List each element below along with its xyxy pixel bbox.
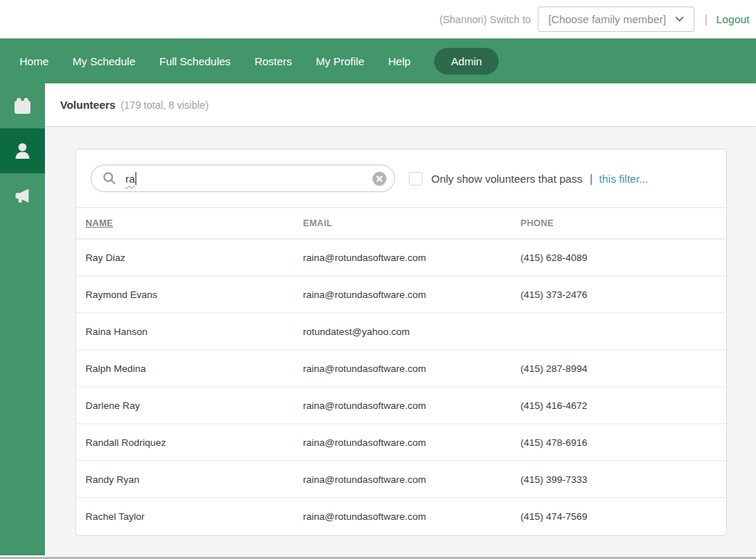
volunteer-name: Rachel Taylor bbox=[86, 511, 303, 522]
volunteer-name: Darlene Ray bbox=[86, 400, 303, 411]
volunteer-name: Ralph Medina bbox=[86, 363, 303, 374]
volunteer-email: raina@rotundasoftware.com bbox=[303, 289, 520, 300]
volunteer-email: raina@rotundasoftware.com bbox=[303, 437, 520, 448]
nav-item-full-schedules[interactable]: Full Schedules bbox=[159, 48, 230, 75]
nav-item-help[interactable]: Help bbox=[389, 48, 411, 75]
search-input-value: ra bbox=[125, 173, 135, 185]
column-header-name[interactable]: NAME bbox=[86, 218, 303, 228]
table-row[interactable]: Randy Ryan raina@rotundasoftware.com (41… bbox=[76, 461, 726, 498]
megaphone-icon bbox=[12, 186, 33, 206]
table-row[interactable]: Darlene Ray raina@rotundasoftware.com (4… bbox=[76, 387, 726, 424]
chevron-down-icon bbox=[675, 16, 684, 22]
volunteer-phone: (415) 416-4672 bbox=[520, 400, 726, 411]
page-subtitle: (179 total, 8 visible) bbox=[120, 99, 208, 111]
volunteer-name: Ray Diaz bbox=[86, 252, 303, 263]
volunteer-name: Randall Rodriquez bbox=[86, 437, 303, 448]
nav-item-admin[interactable]: Admin bbox=[434, 48, 499, 75]
admin-sidebar bbox=[0, 83, 45, 555]
clear-search-button[interactable] bbox=[372, 171, 387, 186]
volunteer-email: raina@rotundasoftware.com bbox=[303, 400, 520, 411]
volunteer-email: raina@rotundasoftware.com bbox=[303, 363, 520, 374]
page-title: Volunteers bbox=[60, 99, 115, 111]
table-row[interactable]: Raina Hanson rotundatest@yahoo.com bbox=[76, 313, 726, 350]
volunteer-name: Randy Ryan bbox=[86, 474, 303, 485]
volunteer-email: raina@rotundasoftware.com bbox=[303, 252, 520, 263]
nav-item-my-profile[interactable]: My Profile bbox=[316, 48, 365, 75]
volunteer-phone: (415) 628-4089 bbox=[520, 252, 726, 263]
nav-item-home[interactable]: Home bbox=[20, 48, 49, 75]
app-window: (Shannon) Switch to [Choose family membe… bbox=[0, 0, 756, 559]
nav-item-rosters[interactable]: Rosters bbox=[254, 48, 292, 75]
filter-separator: | bbox=[589, 173, 592, 186]
volunteer-phone: (415) 478-6916 bbox=[520, 437, 726, 448]
page-header: Volunteers (179 total, 8 visible) bbox=[45, 83, 756, 127]
volunteer-email: raina@rotundasoftware.com bbox=[303, 474, 520, 485]
volunteer-phone: (415) 474-7569 bbox=[520, 511, 726, 522]
table-row[interactable]: Randall Rodriquez raina@rotundasoftware.… bbox=[76, 424, 726, 461]
nav-item-my-schedule[interactable]: My Schedule bbox=[72, 48, 136, 75]
search-filter-row: ra Only show volunteers that pass | this… bbox=[76, 149, 726, 208]
column-header-phone[interactable]: PHONE bbox=[520, 218, 726, 228]
calendar-icon bbox=[12, 95, 33, 117]
sidebar-item-announcements[interactable] bbox=[0, 173, 45, 218]
account-topbar: (Shannon) Switch to [Choose family membe… bbox=[0, 0, 756, 38]
table-header: NAME EMAIL PHONE bbox=[76, 208, 726, 239]
filter-checkbox[interactable] bbox=[409, 172, 423, 186]
family-dropdown-value: [Choose family member] bbox=[548, 13, 666, 25]
switch-to-label: (Shannon) Switch to bbox=[439, 14, 531, 25]
family-member-dropdown[interactable]: [Choose family member] bbox=[538, 7, 694, 32]
magnifier-icon bbox=[102, 171, 117, 186]
text-caret bbox=[136, 172, 136, 185]
logout-link[interactable]: Logout bbox=[716, 13, 749, 25]
volunteer-name: Raina Hanson bbox=[86, 326, 303, 337]
this-filter-link[interactable]: this filter... bbox=[599, 173, 649, 185]
table-row[interactable]: Raymond Evans raina@rotundasoftware.com … bbox=[76, 276, 726, 313]
volunteer-name: Raymond Evans bbox=[86, 289, 303, 300]
volunteer-phone: (415) 373-2476 bbox=[520, 289, 726, 300]
volunteer-email: raina@rotundasoftware.com bbox=[303, 511, 520, 522]
table-row[interactable]: Ray Diaz raina@rotundasoftware.com (415)… bbox=[76, 239, 726, 276]
volunteer-email: rotundatest@yahoo.com bbox=[303, 326, 520, 337]
filter-group: Only show volunteers that pass | this fi… bbox=[409, 149, 648, 208]
content-area: ra Only show volunteers that pass | this… bbox=[45, 128, 756, 557]
volunteer-phone: (415) 287-8994 bbox=[520, 363, 726, 374]
person-icon bbox=[12, 141, 33, 161]
volunteers-card: ra Only show volunteers that pass | this… bbox=[75, 149, 727, 536]
filter-label: Only show volunteers that pass bbox=[431, 173, 582, 185]
column-header-email[interactable]: EMAIL bbox=[303, 218, 520, 228]
sidebar-item-schedules[interactable] bbox=[0, 83, 45, 128]
table-row[interactable]: Ralph Medina raina@rotundasoftware.com (… bbox=[76, 350, 726, 387]
search-input[interactable]: ra bbox=[91, 165, 395, 192]
topbar-separator: | bbox=[705, 13, 707, 26]
volunteer-phone: (415) 399-7333 bbox=[520, 474, 726, 485]
table-row[interactable]: Rachel Taylor raina@rotundasoftware.com … bbox=[76, 498, 726, 535]
sidebar-item-volunteers[interactable] bbox=[0, 128, 45, 173]
main-nav: Home My Schedule Full Schedules Rosters … bbox=[0, 38, 756, 83]
